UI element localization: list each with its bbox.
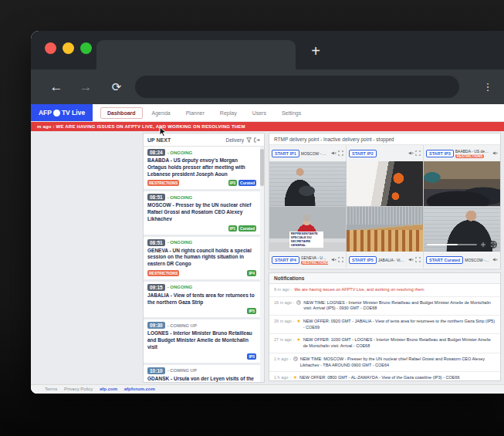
notification-text: NEW TIME: LOGNES - Interior Minister Bru… <box>303 300 496 312</box>
up-next-item[interactable]: 09:30 - COMING UP LOGNES - Interior Mini… <box>144 319 260 362</box>
back-icon[interactable]: ← <box>46 78 66 96</box>
start-ip1-button[interactable]: START IP1 <box>272 150 299 157</box>
tile-label: MOSCOW - Press... <box>465 258 489 262</box>
notification-time: 1 h ago - <box>274 357 291 361</box>
reload-icon[interactable]: ⟳ <box>107 78 127 96</box>
mute-speaker-icon[interactable] <box>492 150 498 156</box>
nav-tab-users[interactable]: Users <box>246 108 272 118</box>
video-caption: REPRESENTANTE SPECIALE DU SECRETAIRE GEN… <box>289 232 324 248</box>
footer-link-afpforum[interactable]: afpforum.com <box>124 387 155 391</box>
event-title: JABALIA - View of tents area for returne… <box>147 292 256 306</box>
up-next-item[interactable]: 09:15 - ONGOING JABALIA - View of tents … <box>144 282 260 318</box>
footer-link-privacy[interactable]: Privacy Policy <box>64 387 93 391</box>
video-thumbnail-moscow-presser[interactable] <box>269 161 346 206</box>
app-nav: Dashboard Agenda Planner Replay Users Se… <box>93 104 307 121</box>
notification-row[interactable]: 16 m ago - NEW TIME: LOGNES - Interior M… <box>269 297 500 316</box>
filter-funnel-icon[interactable] <box>246 137 252 143</box>
forward-icon[interactable]: → <box>76 78 96 96</box>
nav-tab-planner[interactable]: Planner <box>180 108 211 118</box>
footer-link-afp[interactable]: afp.com <box>100 387 117 391</box>
afp-tv-live-app: AFP TV Live Dashboard Agenda Planner Rep… <box>31 104 504 394</box>
rtmp-delivery-panel: RTMP delivery point - Inactive delivery … <box>269 133 501 269</box>
up-next-item[interactable]: 08:24 - ONGOING BAABDA - US deputy envoy… <box>144 147 260 189</box>
delivery-badge: IP4 <box>247 270 256 276</box>
browser-window: + ← → ⟳ ⋮ AFP TV Live Dashboard Agenda P… <box>31 31 504 394</box>
delivery-badge: Curated <box>238 180 256 186</box>
fullscreen-icon[interactable] <box>338 150 343 156</box>
up-next-list: 08:24 - ONGOING BAABDA - US deputy envoy… <box>144 147 264 383</box>
player-fullscreen-icon[interactable] <box>489 241 497 248</box>
up-next-scrollbar[interactable] <box>260 147 264 383</box>
start-curated-button[interactable]: START Curated <box>426 256 463 264</box>
clock-icon <box>293 357 298 361</box>
rtmp-panel-title: RTMP delivery point - Inactive delivery … <box>269 134 500 145</box>
mute-speaker-icon[interactable] <box>492 257 498 262</box>
video-thumbnail-jabalia-aerial[interactable] <box>347 207 423 252</box>
time-badge: 08:51 <box>147 194 165 201</box>
delivery-tile-ip2: START IP2 <box>347 145 423 161</box>
up-next-item[interactable]: 08:51 - ONGOING MOSCOW - Presser by the … <box>144 191 260 234</box>
notification-time: 26 m ago - <box>274 319 294 323</box>
player-settings-icon[interactable] <box>479 241 487 248</box>
clock-icon <box>296 300 301 305</box>
status-label: - COMING UP <box>167 368 197 373</box>
scrollbar-thumb[interactable] <box>260 149 264 186</box>
nav-tab-dashboard[interactable]: Dashboard <box>100 107 143 119</box>
afp-tv-live-logo[interactable]: AFP TV Live <box>31 104 93 121</box>
up-next-item[interactable]: 10:10 - COMING UP GDANSK - Ursula von de… <box>144 365 260 383</box>
afp-ball-icon <box>53 110 60 117</box>
nav-tab-agenda[interactable]: Agenda <box>146 108 177 118</box>
notification-text: NEW OFFER: 0800 GMT - AL-ZAWAYDA - View … <box>299 375 459 381</box>
fullscreen-icon[interactable] <box>338 257 343 262</box>
restrictions-badge: RESTRICTIONS <box>455 154 485 158</box>
start-ip3-button[interactable]: START IP3 <box>426 150 454 157</box>
notification-row[interactable]: 27 m ago - ★ NEW OFFER: 1030 GMT - LOGNE… <box>269 334 500 353</box>
player-progress-bar[interactable] <box>427 244 477 245</box>
notification-text: NEW OFFER: 1030 GMT - LOGNES - Interior … <box>303 337 496 349</box>
dashboard-content: UP NEXT Delivery 08:24 <box>31 131 504 384</box>
star-icon: ★ <box>293 375 297 380</box>
restrictions-badge: RESTRICTIONS <box>147 180 179 186</box>
notification-time: 9 m ago - <box>274 287 292 292</box>
event-title: BAABDA - US deputy envoy's Morgan Ortagu… <box>147 157 256 177</box>
video-thumbnail-baabda-presser[interactable] <box>424 161 500 206</box>
mute-speaker-icon[interactable] <box>331 150 337 156</box>
start-ip5-button[interactable]: START IP5 <box>349 256 377 264</box>
notification-row[interactable]: 26 m ago - ★ NEW OFFER: 0920 GMT - JABAL… <box>269 316 500 334</box>
footer-link-terms[interactable]: Terms <box>45 387 57 391</box>
delivery-tile-ip4: START IP4 GENEVA - UN rights cou... REST… <box>269 252 346 268</box>
up-next-item[interactable]: 08:51 - ONGOING GENEVA - UN rights counc… <box>144 237 260 279</box>
video-thumbnail-moscow-curated[interactable] <box>424 207 500 252</box>
delivery-tile-header-row: START IP1 MOSCOW - Presser by t... START… <box>269 145 500 161</box>
fullscreen-icon[interactable] <box>415 150 421 156</box>
maximize-window-button[interactable] <box>80 42 92 54</box>
video-thumbnail-geneva-council[interactable]: REPRESENTANTE SPECIALE DU SECRETAIRE GEN… <box>269 207 346 252</box>
browser-tab[interactable] <box>96 40 296 69</box>
nav-tab-settings[interactable]: Settings <box>276 108 307 118</box>
mute-speaker-icon[interactable] <box>331 257 337 262</box>
mute-speaker-icon[interactable] <box>408 150 414 156</box>
product-name: TV Live <box>62 109 85 117</box>
start-ip2-button[interactable]: START IP2 <box>349 150 377 157</box>
delivery-tile-ip5: START IP5 JABALIA - View of tents ... <box>347 252 423 268</box>
start-ip4-button[interactable]: START IP4 <box>272 256 299 264</box>
browser-menu-icon[interactable]: ⋮ <box>478 78 498 96</box>
close-window-button[interactable] <box>45 42 56 54</box>
mute-speaker-icon[interactable] <box>408 257 414 262</box>
status-label: - ONGOING <box>167 285 193 289</box>
event-title: GDANSK - Ursula von der Leyen visits of … <box>147 376 256 383</box>
notification-row[interactable]: 1 h ago - NEW TIME: MOSCOW - Presser by … <box>269 353 500 372</box>
notifications-title: Notifications <box>269 273 500 284</box>
star-icon: ★ <box>296 319 300 323</box>
notification-text: NEW TIME: MOSCOW - Presser by the UN nuc… <box>300 357 496 368</box>
address-bar[interactable] <box>135 76 459 98</box>
export-icon[interactable] <box>254 137 260 143</box>
notification-row[interactable]: 1 h ago - ★ NEW OFFER: 0800 GMT - AL-ZAW… <box>269 372 500 381</box>
new-tab-button[interactable]: + <box>305 40 326 62</box>
fullscreen-icon[interactable] <box>415 257 421 262</box>
video-thumbnail-ip2[interactable] <box>347 161 423 206</box>
nav-tab-replay[interactable]: Replay <box>214 108 243 118</box>
minimize-window-button[interactable] <box>63 42 74 54</box>
notification-row[interactable]: 9 m ago - We are having issues on AFPTV … <box>269 284 500 297</box>
app-header: AFP TV Live Dashboard Agenda Planner Rep… <box>31 104 504 122</box>
